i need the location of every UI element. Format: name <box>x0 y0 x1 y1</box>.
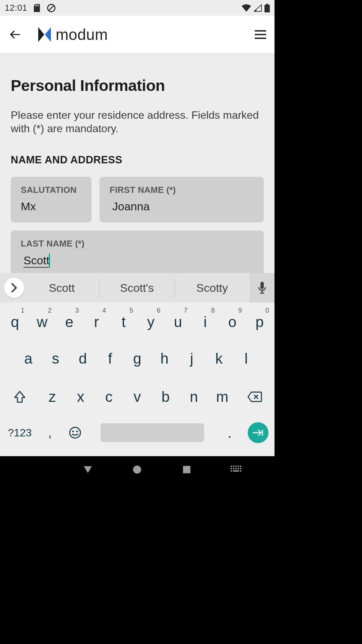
nav-back-button[interactable] <box>78 460 97 479</box>
suggestion-2[interactable]: Scotty <box>175 273 250 303</box>
first-name-value: Joanna <box>110 200 254 213</box>
key-z[interactable]: z <box>38 378 66 416</box>
enter-icon <box>252 429 264 437</box>
nav-triangle-down-icon <box>82 465 93 474</box>
space-key[interactable] <box>101 423 204 442</box>
svg-line-1 <box>49 5 54 11</box>
last-name-field[interactable]: LAST NAME (*) Scott <box>11 230 264 279</box>
emoji-icon <box>69 427 81 439</box>
key-t[interactable]: t5 <box>110 305 137 339</box>
svg-rect-17 <box>235 468 237 469</box>
key-v[interactable]: v <box>123 378 151 416</box>
key-f[interactable]: f <box>97 339 124 378</box>
key-m[interactable]: m <box>208 378 236 416</box>
keyboard-area: ScottScott'sScotty q1w2e3r4t5y6u7i8o9p0 … <box>0 273 275 456</box>
svg-rect-4 <box>260 282 264 289</box>
page-title: Personal Information <box>11 76 264 95</box>
key-j[interactable]: j <box>178 339 205 378</box>
arrow-left-icon <box>9 28 22 41</box>
nav-square-icon <box>182 465 191 474</box>
nav-home-button[interactable] <box>128 460 146 479</box>
emoji-key[interactable] <box>62 418 88 448</box>
svg-point-7 <box>76 431 78 432</box>
text-caret <box>49 254 50 267</box>
key-i[interactable]: i8 <box>192 305 219 339</box>
key-a[interactable]: a <box>15 339 42 378</box>
salutation-label: SALUTATION <box>21 185 81 195</box>
key-c[interactable]: c <box>95 378 123 416</box>
microphone-icon <box>258 282 266 294</box>
key-d[interactable]: d <box>69 339 96 378</box>
key-e[interactable]: e3 <box>56 305 83 339</box>
battery-icon <box>264 4 270 12</box>
svg-rect-22 <box>240 470 241 472</box>
svg-rect-21 <box>233 470 239 472</box>
period-key[interactable]: . <box>216 418 243 448</box>
key-p[interactable]: p0 <box>246 305 273 339</box>
svg-rect-15 <box>231 468 232 469</box>
svg-point-5 <box>70 427 80 438</box>
svg-rect-13 <box>238 466 239 467</box>
key-s[interactable]: s <box>42 339 69 378</box>
key-n[interactable]: n <box>180 378 208 416</box>
nav-circle-icon <box>132 465 142 474</box>
last-name-value: Scott <box>21 254 254 268</box>
menu-button[interactable] <box>252 26 268 43</box>
svg-rect-14 <box>240 466 241 467</box>
section-name-address: NAME AND ADDRESS <box>11 154 264 166</box>
svg-rect-19 <box>240 468 241 469</box>
backspace-key[interactable] <box>236 378 273 416</box>
back-button[interactable] <box>6 25 25 44</box>
comma-key[interactable]: , <box>38 418 62 448</box>
key-l[interactable]: l <box>233 339 260 378</box>
salutation-field[interactable]: SALUTATION Mx <box>11 177 92 222</box>
key-o[interactable]: o9 <box>219 305 246 339</box>
key-g[interactable]: g <box>124 339 151 378</box>
chevron-right-icon <box>11 283 17 292</box>
svg-rect-16 <box>233 468 234 469</box>
voice-input-button[interactable] <box>250 273 275 303</box>
status-bar: 12:01 <box>0 0 275 16</box>
key-y[interactable]: y6 <box>137 305 164 339</box>
suggestion-1[interactable]: Scott's <box>99 273 174 303</box>
expand-suggestions-button[interactable] <box>4 278 24 298</box>
key-x[interactable]: x <box>66 378 95 416</box>
salutation-value: Mx <box>21 200 81 213</box>
key-r[interactable]: r4 <box>83 305 110 339</box>
sd-card-icon <box>34 4 41 12</box>
svg-rect-18 <box>238 468 239 469</box>
hamburger-icon <box>255 30 266 39</box>
page-subtitle: Please enter your residence address. Fie… <box>11 109 264 135</box>
key-k[interactable]: k <box>205 339 233 378</box>
svg-rect-2 <box>264 5 270 12</box>
svg-rect-9 <box>183 466 190 473</box>
app-logo: modum <box>38 25 108 44</box>
key-q[interactable]: q1 <box>1 305 28 339</box>
svg-rect-20 <box>231 470 232 472</box>
key-b[interactable]: b <box>152 378 180 416</box>
key-u[interactable]: u7 <box>165 305 192 339</box>
wifi-icon <box>242 4 251 12</box>
key-h[interactable]: h <box>151 339 178 378</box>
key-w[interactable]: w2 <box>28 305 56 339</box>
status-time: 12:01 <box>5 3 27 13</box>
svg-point-6 <box>72 431 74 432</box>
system-nav-bar <box>0 456 275 483</box>
soft-keyboard: q1w2e3r4t5y6u7i8o9p0 asdfghjkl zxcvbnm ?… <box>0 303 275 456</box>
svg-rect-11 <box>233 466 234 467</box>
do-not-disturb-icon <box>47 4 56 12</box>
enter-key[interactable] <box>243 418 273 448</box>
nav-keyboard-switch-button[interactable] <box>227 460 246 479</box>
nav-recents-button[interactable] <box>177 460 196 479</box>
suggestion-0[interactable]: Scott <box>24 273 99 303</box>
svg-rect-10 <box>231 466 232 467</box>
symbols-key[interactable]: ?123 <box>1 418 38 448</box>
shift-key[interactable] <box>1 378 38 416</box>
first-name-field[interactable]: FIRST NAME (*) Joanna <box>100 177 264 222</box>
app-brand-name: modum <box>56 25 108 44</box>
modum-logo-icon <box>38 27 51 42</box>
cell-signal-icon <box>254 4 262 12</box>
page-content: Personal Information Please enter your r… <box>0 53 275 279</box>
shift-icon <box>14 391 25 403</box>
first-name-label: FIRST NAME (*) <box>110 185 254 195</box>
